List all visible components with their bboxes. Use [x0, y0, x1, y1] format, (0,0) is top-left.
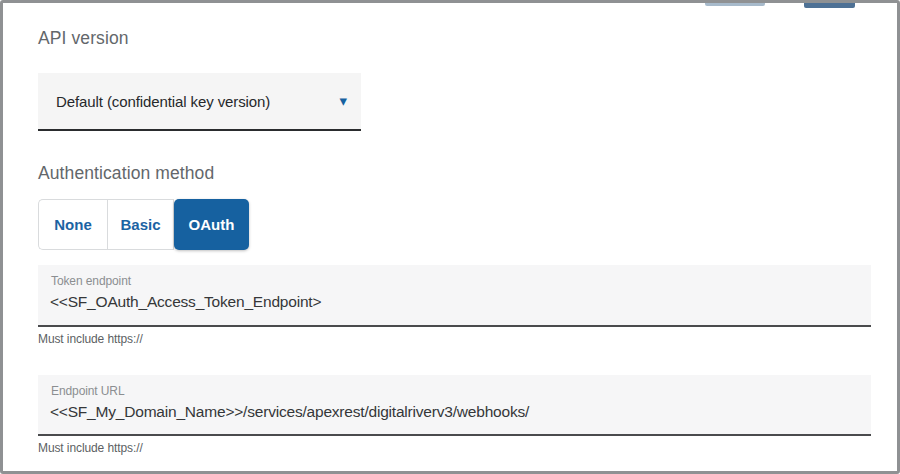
token-endpoint-helper-text: Must include https://: [38, 332, 143, 346]
token-endpoint-value: <<SF_OAuth_Access_Token_Endpoint>: [50, 293, 321, 311]
token-endpoint-field[interactable]: Token endpoint <<SF_OAuth_Access_Token_E…: [38, 265, 871, 327]
endpoint-url-field[interactable]: Endpoint URL <<SF_My_Domain_Name>>/servi…: [38, 375, 871, 436]
settings-panel: API version Default (confidential key ve…: [0, 0, 900, 474]
top-edge-artifact-dark: [804, 3, 855, 8]
auth-method-button-group: None Basic OAuth: [38, 199, 249, 250]
endpoint-url-label: Endpoint URL: [51, 384, 125, 398]
auth-option-none-button[interactable]: None: [38, 199, 107, 250]
endpoint-url-helper-text: Must include https://: [38, 441, 143, 455]
api-version-selected-value: Default (confidential key version): [56, 93, 270, 110]
auth-method-heading: Authentication method: [38, 163, 214, 184]
top-edge-artifact-light: [705, 3, 765, 6]
auth-option-basic-button[interactable]: Basic: [107, 199, 174, 250]
token-endpoint-label: Token endpoint: [51, 274, 131, 288]
auth-option-oauth-button[interactable]: OAuth: [174, 199, 249, 250]
api-version-heading: API version: [38, 28, 129, 49]
api-version-dropdown[interactable]: Default (confidential key version) ▾: [38, 73, 361, 131]
dropdown-caret-icon: ▾: [339, 93, 347, 108]
endpoint-url-value: <<SF_My_Domain_Name>>/services/apexrest/…: [50, 403, 529, 421]
